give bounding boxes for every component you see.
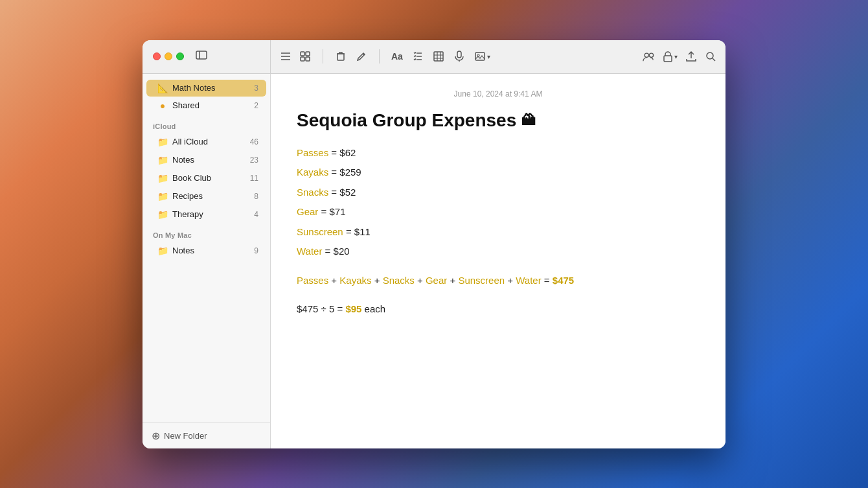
folder-icon: 📁 bbox=[157, 173, 168, 183]
total-equation: Passes + Kayaks + Snacks + Gear + Sunscr… bbox=[297, 272, 700, 290]
collaborate-button[interactable] bbox=[643, 51, 654, 62]
svg-rect-20 bbox=[475, 52, 485, 60]
svg-rect-0 bbox=[196, 51, 207, 59]
sidebar-item-label: Shared bbox=[172, 100, 250, 110]
expense-snacks: Snacks = $52 bbox=[297, 183, 700, 202]
note-body: Passes = $62 Kayaks = $259 Snacks = $52 … bbox=[297, 144, 700, 319]
expense-water: Water = $20 bbox=[297, 242, 700, 261]
math-notes-icon: 📐 bbox=[157, 83, 168, 93]
search-button[interactable] bbox=[705, 51, 716, 62]
sidebar-toggle-button[interactable] bbox=[196, 51, 207, 62]
sidebar-item-count: 11 bbox=[250, 174, 258, 183]
expense-passes: Passes = $62 bbox=[297, 144, 700, 163]
svg-point-21 bbox=[477, 54, 479, 56]
sidebar-item-notes-icloud[interactable]: 📁 Notes 23 bbox=[146, 152, 266, 168]
svg-point-23 bbox=[649, 53, 653, 57]
sidebar-item-label: Notes bbox=[172, 246, 250, 255]
toolbar-left bbox=[280, 51, 311, 62]
expense-sunscreen: Sunscreen = $11 bbox=[297, 223, 700, 242]
folder-icon: 📁 bbox=[157, 246, 168, 256]
folder-icon: 📁 bbox=[157, 155, 168, 165]
sidebar-item-label: Notes bbox=[172, 155, 246, 165]
svg-point-22 bbox=[645, 53, 648, 57]
table-button[interactable] bbox=[433, 51, 444, 62]
main-area: 📐 Math Notes 3 ● Shared 2 iCloud 📁 All i… bbox=[143, 74, 725, 448]
close-button[interactable] bbox=[153, 52, 161, 60]
sidebar-item-count: 4 bbox=[254, 210, 258, 219]
sidebar-item-notes-local[interactable]: 📁 Notes 9 bbox=[146, 242, 266, 259]
traffic-lights bbox=[153, 52, 184, 60]
svg-point-25 bbox=[707, 52, 713, 59]
folder-icon: 📁 bbox=[157, 191, 168, 202]
sidebar-item-book-club[interactable]: 📁 Book Club 11 bbox=[146, 170, 266, 187]
plus-circle-icon: ⊕ bbox=[152, 430, 160, 442]
checklist-button[interactable] bbox=[412, 51, 424, 62]
sidebar-item-count: 23 bbox=[250, 156, 258, 165]
media-button[interactable]: ▾ bbox=[474, 51, 490, 62]
svg-rect-7 bbox=[301, 57, 304, 61]
sidebar-item-label: Therapy bbox=[172, 209, 250, 219]
sidebar-item-label: Recipes bbox=[172, 191, 250, 201]
per-person-line: $475 ÷ 5 = $95 each bbox=[297, 300, 700, 319]
sidebar-item-count: 2 bbox=[254, 101, 258, 110]
svg-rect-13 bbox=[434, 52, 443, 61]
note-date: June 10, 2024 at 9:41 AM bbox=[297, 89, 700, 99]
svg-rect-8 bbox=[306, 57, 310, 61]
folder-icon: 📁 bbox=[157, 137, 168, 147]
sidebar-item-count: 8 bbox=[254, 192, 258, 201]
note-content[interactable]: June 10, 2024 at 9:41 AM Sequoia Group E… bbox=[271, 74, 725, 448]
mountain-emoji: 🏔 bbox=[521, 112, 536, 129]
new-folder-label: New Folder bbox=[164, 431, 207, 441]
sidebar-item-therapy[interactable]: 📁 Therapy 4 bbox=[146, 206, 266, 223]
icloud-section-label: iCloud bbox=[143, 115, 270, 133]
compose-button[interactable] bbox=[356, 51, 367, 62]
titlebar: Aa ▾ ▾ bbox=[143, 40, 725, 74]
maximize-button[interactable] bbox=[176, 52, 184, 60]
sidebar-item-math-notes[interactable]: 📐 Math Notes 3 bbox=[146, 80, 266, 97]
toolbar-right: ▾ bbox=[643, 51, 716, 62]
svg-rect-24 bbox=[664, 56, 672, 62]
audio-button[interactable] bbox=[453, 51, 465, 62]
svg-rect-5 bbox=[301, 52, 304, 56]
list-view-button[interactable] bbox=[280, 51, 291, 62]
expense-gear: Gear = $71 bbox=[297, 203, 700, 222]
shared-icon: ● bbox=[157, 100, 168, 111]
sidebar-titlebar bbox=[143, 40, 271, 73]
sidebar-item-all-icloud[interactable]: 📁 All iCloud 46 bbox=[146, 134, 266, 150]
sidebar-item-count: 9 bbox=[254, 246, 258, 255]
onmymac-section-label: On My Mac bbox=[143, 224, 270, 242]
svg-rect-6 bbox=[306, 52, 310, 56]
sidebar-item-label: All iCloud bbox=[172, 137, 246, 146]
grid-view-button[interactable] bbox=[299, 51, 311, 62]
sidebar-item-count: 46 bbox=[250, 137, 258, 146]
notes-window: Aa ▾ ▾ bbox=[143, 40, 725, 448]
lock-button[interactable]: ▾ bbox=[662, 51, 678, 62]
sidebar-item-shared[interactable]: ● Shared 2 bbox=[146, 97, 266, 114]
minimize-button[interactable] bbox=[165, 52, 172, 60]
svg-rect-9 bbox=[337, 54, 344, 60]
note-title: Sequoia Group Expenses 🏔 bbox=[297, 110, 700, 131]
new-folder-button[interactable]: ⊕ New Folder bbox=[143, 423, 270, 448]
delete-button[interactable] bbox=[335, 51, 347, 62]
folder-icon: 📁 bbox=[157, 209, 168, 220]
sidebar-item-count: 3 bbox=[254, 84, 258, 93]
sidebar: 📐 Math Notes 3 ● Shared 2 iCloud 📁 All i… bbox=[143, 74, 271, 448]
svg-rect-18 bbox=[457, 51, 461, 58]
content-titlebar: Aa ▾ ▾ bbox=[271, 40, 725, 73]
sidebar-item-recipes[interactable]: 📁 Recipes 8 bbox=[146, 188, 266, 205]
export-button[interactable] bbox=[685, 51, 697, 62]
format-button[interactable]: Aa bbox=[391, 51, 403, 62]
sidebar-item-label: Book Club bbox=[172, 173, 246, 183]
sidebar-item-label: Math Notes bbox=[172, 83, 250, 93]
svg-line-26 bbox=[713, 58, 715, 61]
expense-kayaks: Kayaks = $259 bbox=[297, 163, 700, 182]
